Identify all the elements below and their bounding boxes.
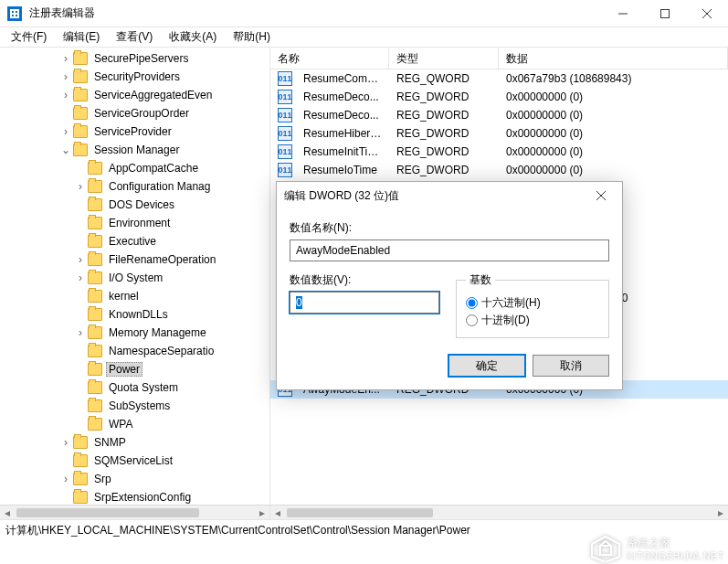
tree-item-label: WPA [106, 417, 135, 431]
maximize-button[interactable] [644, 0, 686, 27]
tree-item-label: Configuration Manag [106, 179, 213, 194]
tree-item-label: NamespaceSeparatio [106, 344, 216, 358]
col-data[interactable]: 数据 [499, 48, 728, 69]
cell-name: ResumeDeco... [296, 90, 389, 103]
tree-item[interactable]: ›SecurePipeServers [0, 49, 269, 68]
folder-icon [73, 436, 88, 449]
chevron-down-icon[interactable]: ⌄ [58, 144, 73, 156]
cancel-button[interactable]: 取消 [533, 355, 609, 377]
value-data-input[interactable] [290, 292, 439, 314]
list-scrollbar-horizontal[interactable]: ◂ ▸ [270, 505, 728, 519]
chevron-right-icon[interactable]: › [58, 70, 73, 83]
tree-panel[interactable]: ›SecurePipeServers›SecurityProviders›Ser… [0, 48, 270, 519]
radix-dec-radio[interactable] [466, 314, 478, 326]
svg-rect-7 [600, 546, 611, 555]
cell-data: 0x00000000 (0) [499, 145, 728, 158]
folder-icon [73, 144, 88, 156]
tree-item[interactable]: Quota System [0, 378, 269, 397]
tree-item[interactable]: Power [0, 360, 269, 378]
tree-item[interactable]: ›I/O System [0, 269, 269, 287]
col-name[interactable]: 名称 [270, 48, 389, 69]
tree-item[interactable]: ›SecurityProviders [0, 68, 269, 86]
tree-item[interactable]: ›ServiceAggregatedEven [0, 86, 269, 104]
tree-item[interactable]: SrpExtensionConfig [0, 488, 269, 506]
value-name-input[interactable] [290, 239, 609, 261]
folder-icon [73, 89, 88, 101]
cell-name: ResumeIoTime [296, 164, 389, 176]
folder-icon [88, 180, 102, 193]
tree-item[interactable]: ›SNMP [0, 433, 269, 452]
tree-item[interactable]: SQMServiceList [0, 452, 269, 470]
radix-hex-radio[interactable] [466, 297, 478, 309]
cell-data: 0x00000000 (0) [499, 127, 728, 140]
chevron-right-icon[interactable]: › [58, 52, 73, 65]
tree-item[interactable]: ServiceGroupOrder [0, 104, 269, 122]
minimize-button[interactable] [602, 0, 644, 27]
tree-item-label: Environment [106, 216, 173, 230]
dialog-buttons: 确定 取消 [277, 342, 622, 389]
tree-item[interactable]: kernel [0, 287, 269, 305]
close-button[interactable] [686, 0, 728, 27]
tree-item[interactable]: NamespaceSeparatio [0, 342, 269, 360]
folder-icon [88, 418, 102, 431]
folder-icon [88, 381, 102, 394]
tree-item[interactable]: WPA [0, 415, 269, 433]
tree-item-label: Quota System [106, 380, 181, 395]
tree-item[interactable]: ›FileRenameOperation [0, 250, 269, 269]
folder-icon [88, 363, 102, 376]
tree-item[interactable]: Environment [0, 214, 269, 232]
dialog-titlebar[interactable]: 编辑 DWORD (32 位)值 [277, 182, 622, 209]
reg-binary-icon: 011 [278, 163, 292, 177]
ok-button[interactable]: 确定 [448, 355, 525, 377]
list-row[interactable]: 011ResumeDeco...REG_DWORD0x00000000 (0) [270, 106, 728, 124]
tree-item-label: KnownDLLs [106, 307, 171, 322]
cell-type: REG_DWORD [389, 164, 499, 176]
list-row[interactable]: 011ResumeIoTimeREG_DWORD0x00000000 (0) [270, 161, 728, 179]
menu-edit[interactable]: 编辑(E) [56, 27, 107, 47]
tree-item-label: SrpExtensionConfig [91, 490, 194, 505]
chevron-right-icon[interactable]: › [73, 271, 88, 284]
chevron-right-icon[interactable]: › [73, 180, 88, 193]
cell-type: REG_QWORD [389, 72, 499, 85]
window-controls [602, 0, 728, 27]
menu-favorites[interactable]: 收藏夹(A) [162, 27, 224, 47]
list-row[interactable]: 011ResumeDeco...REG_DWORD0x00000000 (0) [270, 88, 728, 106]
tree-scrollbar-horizontal[interactable]: ◂ ▸ [0, 505, 269, 519]
chevron-right-icon[interactable]: › [58, 125, 73, 138]
list-row[interactable]: 011ResumeInitTimeREG_DWORD0x00000000 (0) [270, 143, 728, 161]
tree-item-label: SubSystems [106, 399, 173, 413]
col-type[interactable]: 类型 [389, 48, 499, 69]
chevron-right-icon[interactable]: › [58, 89, 73, 101]
tree-item[interactable]: AppCompatCache [0, 159, 269, 177]
list-header: 名称 类型 数据 [270, 48, 728, 69]
dialog-close-button[interactable] [587, 185, 615, 207]
folder-icon [73, 107, 88, 120]
chevron-right-icon[interactable]: › [58, 473, 73, 485]
tree-item[interactable]: ›Memory Manageme [0, 324, 269, 342]
cell-name: ResumeHiberF... [296, 127, 389, 140]
menubar: 文件(F) 编辑(E) 查看(V) 收藏夹(A) 帮助(H) [0, 27, 728, 48]
tree-item[interactable]: ›ServiceProvider [0, 122, 269, 141]
chevron-right-icon[interactable]: › [58, 436, 73, 449]
folder-icon [88, 326, 102, 339]
folder-icon [73, 454, 88, 467]
tree-item[interactable]: ⌄Session Manager [0, 141, 269, 159]
menu-help[interactable]: 帮助(H) [226, 27, 278, 47]
tree-item[interactable]: DOS Devices [0, 196, 269, 214]
chevron-right-icon[interactable]: › [73, 326, 88, 339]
tree-item[interactable]: KnownDLLs [0, 305, 269, 324]
tree-item[interactable]: ›Srp [0, 470, 269, 488]
tree-item[interactable]: ›Configuration Manag [0, 177, 269, 196]
menu-file[interactable]: 文件(F) [4, 27, 54, 47]
tree-item[interactable]: Executive [0, 232, 269, 250]
list-row[interactable]: 011ResumeCompl...REG_QWORD0x067a79b3 (10… [270, 69, 728, 88]
list-row[interactable]: 011ResumeHiberF...REG_DWORD0x00000000 (0… [270, 124, 728, 143]
reg-binary-icon: 011 [278, 71, 292, 86]
reg-binary-icon: 011 [278, 90, 292, 104]
tree-item-label: I/O System [106, 271, 165, 285]
chevron-right-icon[interactable]: › [73, 253, 88, 266]
svg-rect-1 [661, 9, 670, 17]
edit-dword-dialog: 编辑 DWORD (32 位)值 数值名称(N): 数值数据(V): 基数 十六… [276, 181, 623, 390]
menu-view[interactable]: 查看(V) [109, 27, 160, 47]
tree-item[interactable]: SubSystems [0, 397, 269, 415]
